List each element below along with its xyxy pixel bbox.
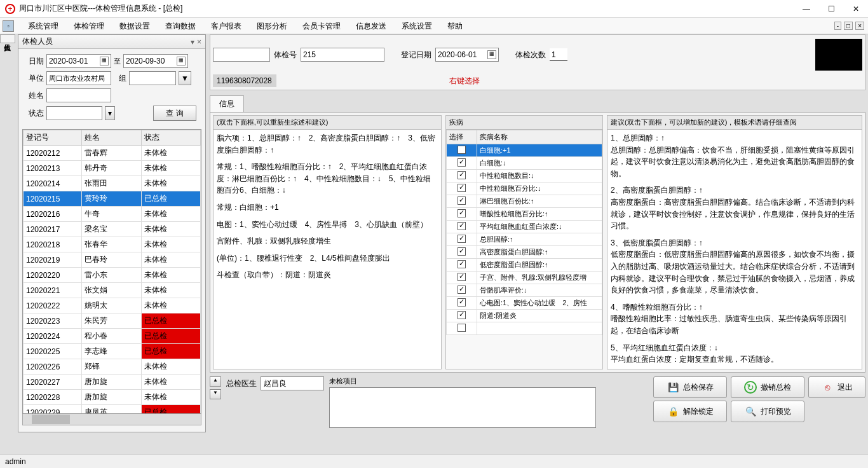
grid-horizontal-scrollbar[interactable]	[22, 414, 201, 425]
checkbox-icon[interactable]	[458, 247, 466, 256]
menu-会员卡管理[interactable]: 会员卡管理	[295, 22, 348, 31]
table-row[interactable]: 12020212雷春辉未体检	[24, 146, 201, 161]
table-row[interactable]: 12020218张春华未体检	[24, 237, 201, 252]
disease-row[interactable]: 嗜酸性粒细胞百分比:↑	[447, 208, 602, 221]
date-to-input[interactable]: 2020-09-30▦	[123, 54, 188, 68]
table-row[interactable]: 12020219巴春玲未体检	[24, 252, 201, 268]
disease-row[interactable]: 淋巴细胞百份比:↑	[447, 195, 602, 208]
disease-row[interactable]: 低密度脂蛋白胆固醇:↑	[447, 259, 602, 272]
checkbox-icon[interactable]	[458, 222, 466, 230]
spin-down-icon[interactable]: ▼	[210, 389, 221, 399]
table-row[interactable]: 12020221张文娟未体检	[24, 283, 201, 298]
checkbox-icon[interactable]	[458, 286, 466, 294]
table-row[interactable]: 12020215黄玲玲已总检	[24, 191, 201, 207]
menu-客户报表[interactable]: 客户报表	[203, 22, 249, 31]
disease-row[interactable]: 白细胞:+1	[447, 144, 602, 157]
mdi-close-icon[interactable]: ×	[855, 22, 864, 30]
save-button[interactable]: 💾总检保存	[653, 376, 727, 398]
menu-查询数据[interactable]: 查询数据	[158, 22, 203, 31]
disease-row[interactable]: 中性粒细胞数目:↓	[447, 170, 602, 182]
group-dropdown-icon[interactable]: ▼	[179, 71, 191, 85]
mdi-restore-icon[interactable]: □	[844, 22, 853, 30]
col-name[interactable]: 姓名	[82, 130, 142, 146]
checkbox-icon[interactable]	[458, 235, 466, 243]
checkbox-icon[interactable]	[458, 196, 466, 205]
unit-input[interactable]: 周口市农业农村局	[46, 71, 111, 85]
reg-date-input[interactable]: 2020-06-01▦	[435, 48, 499, 62]
spin-up-icon[interactable]: ▲	[210, 376, 221, 387]
table-row[interactable]: 12020223朱民芳已总检	[24, 313, 201, 329]
table-row[interactable]: 12020216牛奇未体检	[24, 207, 201, 222]
checkbox-icon[interactable]	[458, 273, 466, 281]
col-select[interactable]: 选择	[447, 130, 477, 144]
menu-信息发送[interactable]: 信息发送	[348, 22, 394, 31]
disease-row[interactable]: 总胆固醇:↑	[447, 233, 602, 246]
menu-帮助[interactable]: 帮助	[440, 22, 470, 31]
undo-button[interactable]: ↻撤销总检	[731, 376, 804, 398]
disease-row[interactable]: 骨骼肌率评价:↓	[447, 284, 602, 297]
minimize-button[interactable]: ―	[799, 4, 814, 13]
disease-row[interactable]	[447, 322, 602, 335]
table-row[interactable]: 12020227唐加旋未体检	[24, 375, 201, 390]
disease-table[interactable]: 选择 疾病名称 白细胞:+1白细胞:↓中性粒细胞数目:↓中性粒细胞百分比:↓淋巴…	[446, 130, 602, 335]
calendar-icon[interactable]: ▦	[177, 57, 186, 65]
checkbox-icon[interactable]	[458, 146, 466, 154]
col-status[interactable]: 状态	[142, 130, 201, 146]
group-input[interactable]	[129, 71, 176, 85]
table-row[interactable]: 12020224程小春已总检	[24, 329, 201, 344]
checkbox-icon[interactable]	[458, 184, 466, 192]
table-row[interactable]: 12020213韩丹奇未体检	[24, 161, 201, 176]
disease-row[interactable]: 心电图:1、窦性心动过缓 2、房性	[447, 297, 602, 310]
table-row[interactable]: 12020225李志峰已总检	[24, 344, 201, 359]
table-row[interactable]: 12020222姚明太未体检	[24, 298, 201, 313]
checkbox-icon[interactable]	[458, 209, 466, 217]
checkbox-icon[interactable]	[458, 260, 466, 268]
disease-row[interactable]: 高密度脂蛋白胆固醇:↑	[447, 246, 602, 259]
disease-row[interactable]: 子宫、附件、乳腺:双侧乳腺轻度增	[447, 272, 602, 284]
col-regno[interactable]: 登记号	[24, 130, 82, 146]
close-button[interactable]: ✕	[849, 4, 863, 13]
query-button[interactable]: 查 询	[153, 106, 196, 121]
disease-row[interactable]: 中性粒细胞百分比:↓	[447, 182, 602, 195]
checkbox-icon[interactable]	[458, 158, 466, 167]
table-row[interactable]: 12020217梁名宝未体检	[24, 222, 201, 237]
checkbox-icon[interactable]	[458, 298, 466, 306]
checkbox-icon[interactable]	[458, 311, 466, 319]
pin-icon[interactable]: ▾	[191, 38, 194, 46]
calendar-icon[interactable]: ▦	[100, 57, 109, 65]
print-button[interactable]: 🔍打印预览	[731, 401, 804, 422]
calendar-icon[interactable]: ▦	[487, 50, 496, 59]
disease-row[interactable]: 阴道:阴道炎	[447, 310, 602, 322]
table-row[interactable]: 12020214张雨田未体检	[24, 176, 201, 191]
table-row[interactable]: 12020228唐加旋未体检	[24, 390, 201, 405]
summary-body[interactable]: 脂六项：1、总胆固醇：↑ 2、高密度脂蛋白胆固醇：↑ 3、低密度脂白胆固醇：↑常…	[214, 130, 441, 369]
exam-no-input[interactable]: 215	[301, 48, 384, 62]
menu-数据设置[interactable]: 数据设置	[112, 22, 158, 31]
table-row[interactable]: 12020226郑铎未体检	[24, 359, 201, 375]
doctor-input[interactable]: 赵昌良	[261, 376, 324, 390]
advice-body[interactable]: 1、总胆固醇：↑总胆固醇：总胆固醇偏高：饮食不当，肝细胞受损，阻塞性黄疸等原因引…	[607, 130, 862, 369]
menu-系统设置[interactable]: 系统设置	[394, 22, 440, 31]
col-disease-name[interactable]: 疾病名称	[477, 130, 602, 144]
unlock-button[interactable]: 🔒解除锁定	[653, 401, 727, 422]
patient-grid[interactable]: 登记号 姓名 状态 12020212雷春辉未体检12020213韩丹奇未体检12…	[22, 129, 201, 414]
disease-row[interactable]: 平均红细胞血红蛋白浓度:↓	[447, 221, 602, 233]
panel-close-icon[interactable]: ×	[197, 38, 201, 46]
notchecked-textarea[interactable]	[329, 387, 596, 428]
checkbox-icon[interactable]	[458, 171, 466, 179]
tab-info[interactable]: 信息	[210, 95, 244, 112]
exit-button[interactable]: ⎋退出	[808, 376, 865, 398]
status-select[interactable]	[46, 106, 102, 120]
sidebar-vertical-tab[interactable]: 体检人员	[0, 34, 15, 43]
menu-体检管理[interactable]: 体检管理	[66, 22, 112, 31]
disease-row[interactable]: 白细胞:↓	[447, 157, 602, 170]
table-row[interactable]: 12020229康凤英已总检	[24, 405, 201, 415]
menu-图形分析[interactable]: 图形分析	[249, 22, 295, 31]
table-row[interactable]: 12020220雷小东未体检	[24, 268, 201, 283]
menu-系统管理[interactable]: 系统管理	[20, 22, 66, 31]
name-input[interactable]	[46, 88, 111, 102]
mdi-minimize-icon[interactable]: -	[834, 22, 841, 30]
date-from-input[interactable]: 2020-03-01▦	[46, 54, 111, 68]
status-dropdown-icon[interactable]: ▾	[105, 106, 115, 120]
blank-input[interactable]	[213, 48, 270, 62]
